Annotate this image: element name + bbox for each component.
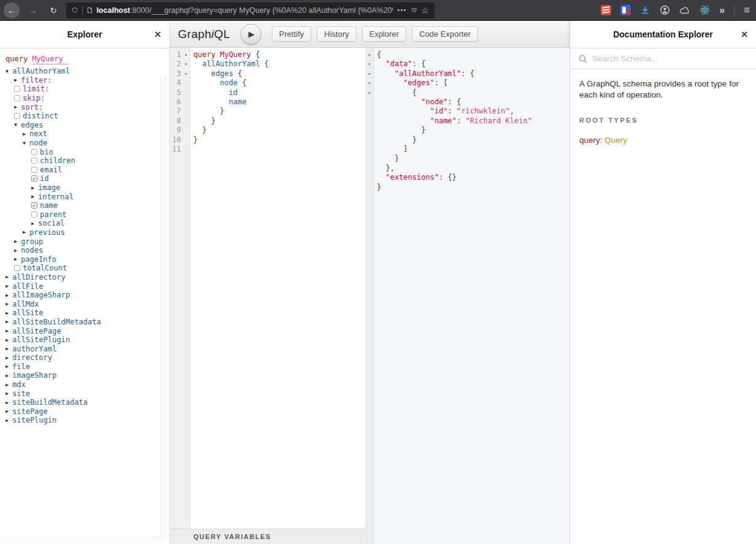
tree-row-mdx[interactable]: ▶mdx	[6, 380, 169, 389]
fold-arrow-icon[interactable]: ▾	[365, 50, 374, 59]
tree-row-site[interactable]: ▶site	[6, 389, 169, 398]
tree-row-authorYaml[interactable]: ▶authorYaml	[6, 344, 169, 353]
tree-row-file[interactable]: ▶file	[6, 362, 169, 372]
expand-icon[interactable]: ▶	[6, 382, 12, 388]
tree-row-distinct[interactable]: distinct	[6, 112, 169, 121]
fold-arrow-icon[interactable]: ▾	[182, 50, 190, 59]
expand-icon[interactable]: ▶	[31, 194, 38, 199]
account-icon[interactable]	[660, 5, 670, 15]
back-button[interactable]: ←	[4, 2, 20, 18]
checkbox-unchecked[interactable]	[14, 95, 20, 101]
tree-row-allMdx[interactable]: ▶allMdx	[6, 299, 169, 308]
tree-row-social[interactable]: ▶social	[6, 219, 169, 228]
expand-icon[interactable]: ▶	[6, 319, 12, 324]
search-schema-input[interactable]	[592, 54, 747, 63]
checkbox-unchecked[interactable]	[31, 149, 37, 155]
tree-row-sitePage[interactable]: ▶sitePage	[6, 407, 169, 416]
expand-icon[interactable]: ▶	[6, 293, 12, 298]
explorer-close-icon[interactable]: ✕	[154, 29, 161, 39]
expand-icon[interactable]: ▶	[14, 104, 21, 110]
expand-icon[interactable]: ▶	[6, 391, 12, 396]
expand-icon[interactable]: ▶	[6, 373, 12, 378]
tree-row-totalCount[interactable]: totalCount	[6, 264, 169, 273]
expand-icon[interactable]: ▶	[6, 283, 12, 289]
bookmark-star-icon[interactable]: ☆	[421, 6, 429, 15]
tree-row-pageInfo[interactable]: ▶pageInfo	[6, 255, 169, 264]
explorer-toggle-button[interactable]: Explorer	[362, 26, 406, 42]
tree-row-allSiteBuildMetadata[interactable]: ▶allSiteBuildMetadata	[6, 318, 169, 327]
tree-row-sort[interactable]: ▶sort:	[6, 102, 169, 112]
root-type-link[interactable]: Query	[604, 136, 627, 145]
tree-row-allSitePage[interactable]: ▶allSitePage	[6, 326, 169, 335]
checkbox-checked[interactable]: ✓	[31, 202, 37, 209]
expand-icon[interactable]: ▶	[6, 346, 12, 351]
tree-row-skip[interactable]: skip:	[6, 94, 169, 103]
tracking-protection-shield-icon[interactable]	[72, 6, 78, 15]
checkbox-unchecked[interactable]	[14, 86, 20, 92]
fold-arrow-icon[interactable]: ▾	[365, 59, 374, 69]
tree-row-id[interactable]: ✓id	[6, 174, 169, 183]
query-variables-bar[interactable]: QUERY VARIABLES	[170, 529, 365, 544]
expand-icon[interactable]: ▶	[14, 239, 21, 244]
todoist-extension-icon[interactable]	[601, 5, 611, 15]
explorer-tree[interactable]: query MyQuery ▼allAuthorYaml▶filter:limi…	[0, 48, 169, 544]
expand-icon[interactable]: ▶	[31, 185, 38, 191]
checkbox-unchecked[interactable]	[14, 265, 20, 271]
result-viewer[interactable]: ▾{▾ "data": {▾ "allAuthorYaml": {▾ "edge…	[365, 48, 569, 544]
expand-icon[interactable]: ▶	[14, 256, 21, 262]
fold-arrow-icon[interactable]: ▾	[365, 88, 374, 98]
tree-row-nodes[interactable]: ▶nodes	[6, 246, 169, 255]
tree-row-sitePlugin[interactable]: ▶sitePlugin	[6, 416, 169, 425]
tree-row-allDirectory[interactable]: ▶allDirectory	[6, 273, 169, 282]
cloud-sync-icon[interactable]	[679, 6, 690, 15]
tree-row-group[interactable]: ▶group	[6, 237, 169, 246]
tree-row-parent[interactable]: parent	[6, 210, 169, 220]
doc-explorer-close-icon[interactable]: ✕	[741, 29, 748, 39]
downloads-icon[interactable]	[640, 5, 650, 15]
checkbox-unchecked[interactable]	[14, 113, 20, 119]
tree-row-edges[interactable]: ▼edges	[6, 121, 169, 130]
tree-row-node[interactable]: ▼node	[6, 139, 169, 148]
tree-row-filter[interactable]: ▶filter:	[6, 76, 169, 85]
fold-arrow-icon[interactable]: ▾	[182, 59, 190, 69]
tree-row-email[interactable]: email	[6, 166, 169, 175]
tree-row-allSitePlugin[interactable]: ▶allSitePlugin	[6, 335, 169, 345]
tree-row-previous[interactable]: ▶previous	[6, 228, 169, 237]
tree-row-siteBuildMetadata[interactable]: ▶siteBuildMetadata	[6, 398, 169, 407]
tree-row-allSite[interactable]: ▶allSite	[6, 308, 169, 318]
forward-button[interactable]: →	[25, 2, 40, 18]
expand-icon[interactable]: ▶	[6, 337, 12, 343]
explorer-horizontal-scrollbar[interactable]	[0, 536, 166, 544]
prettify-button[interactable]: Prettify	[272, 26, 311, 42]
expand-icon[interactable]: ▶	[31, 221, 38, 226]
expand-icon[interactable]: ▶	[6, 274, 12, 280]
page-actions-icon[interactable]: •••	[398, 7, 407, 13]
fold-arrow-icon[interactable]: ▾	[182, 69, 190, 79]
expand-icon[interactable]: ▶	[6, 408, 12, 414]
tree-row-bio[interactable]: bio	[6, 147, 169, 156]
fold-arrow-icon[interactable]: ▾	[365, 79, 374, 88]
tree-row-imageSharp[interactable]: ▶imageSharp	[6, 371, 169, 380]
expand-icon[interactable]: ▶	[6, 355, 12, 361]
pocket-icon[interactable]	[411, 6, 417, 15]
tree-row-allImageSharp[interactable]: ▶allImageSharp	[6, 291, 169, 300]
expand-icon[interactable]: ▶	[6, 328, 12, 334]
expand-icon[interactable]: ▶	[6, 310, 12, 316]
collapse-icon[interactable]: ▼	[6, 69, 12, 74]
tree-row-allAuthorYaml[interactable]: ▼allAuthorYaml	[6, 67, 169, 76]
password-manager-extension-icon[interactable]	[620, 5, 631, 15]
expand-icon[interactable]: ▶	[6, 364, 12, 369]
expand-icon[interactable]: ▶	[14, 77, 21, 83]
collapse-icon[interactable]: ▼	[14, 122, 21, 128]
operation-name-input[interactable]: MyQuery	[32, 54, 69, 64]
url-bar[interactable]: localhost:8000/___graphql?query=query My…	[66, 2, 434, 18]
url-text[interactable]: localhost:8000/___graphql?query=query My…	[96, 6, 393, 15]
explorer-vertical-scrollbar[interactable]	[160, 77, 166, 535]
tree-row-image[interactable]: ▶image	[6, 183, 169, 193]
checkbox-checked[interactable]: ✓	[31, 175, 37, 182]
expand-icon[interactable]: ▶	[6, 301, 12, 307]
checkbox-unchecked[interactable]	[31, 167, 37, 173]
code-exporter-button[interactable]: Code Exporter	[412, 26, 478, 42]
expand-icon[interactable]: ▶	[23, 229, 29, 235]
react-devtools-icon[interactable]	[700, 5, 710, 15]
